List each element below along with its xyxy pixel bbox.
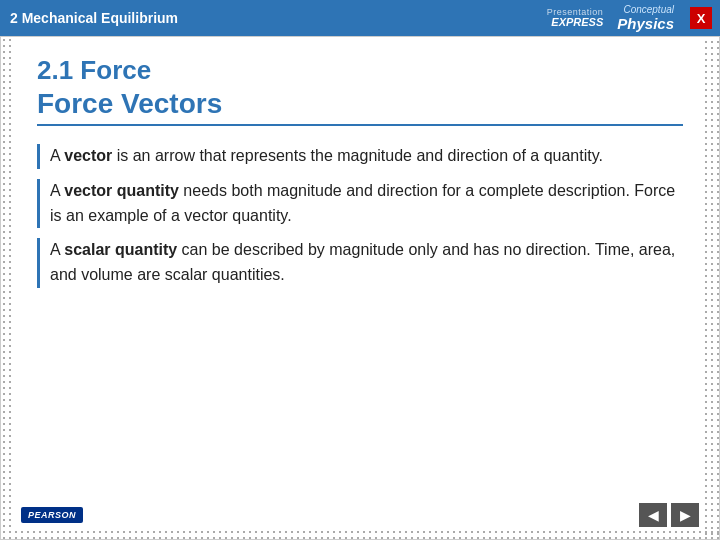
chapter-title: 2 Mechanical Equilibrium [10, 10, 178, 26]
nav-forward-button[interactable]: ▶ [671, 503, 699, 527]
paragraph-2: A vector quantity needs both magnitude a… [37, 179, 683, 229]
slide-subtitle: Force Vectors [37, 88, 683, 126]
paragraph-3: A scalar quantity can be described by ma… [37, 238, 683, 288]
bold-scalar-quantity: scalar quantity [64, 241, 177, 258]
slide-footer: PEARSON ◀ ▶ [21, 503, 699, 527]
express-label: EXPRESS [551, 17, 603, 28]
physics-label: Physics [617, 15, 674, 32]
conceptual-physics-branding: Conceptual Physics [617, 4, 674, 32]
presentation-express-branding: Presentation EXPRESS [547, 8, 604, 28]
bold-vector-quantity: vector quantity [64, 182, 179, 199]
conceptual-label: Conceptual [623, 4, 674, 15]
nav-buttons: ◀ ▶ [639, 503, 699, 527]
nav-back-button[interactable]: ◀ [639, 503, 667, 527]
header-right: Presentation EXPRESS Conceptual Physics … [547, 4, 712, 32]
slide-content: 2.1 Force Force Vectors A vector is an a… [37, 55, 683, 519]
dotted-bottom-decoration [1, 529, 719, 539]
section-number: 2.1 Force [37, 55, 683, 86]
pearson-logo: PEARSON [21, 507, 83, 523]
header-bar: 2 Mechanical Equilibrium Presentation EX… [0, 0, 720, 36]
close-button[interactable]: X [690, 7, 712, 29]
bold-vector: vector [64, 147, 112, 164]
slide-area: 2.1 Force Force Vectors A vector is an a… [0, 36, 720, 540]
paragraph-1: A vector is an arrow that represents the… [37, 144, 683, 169]
dotted-left-decoration [1, 37, 11, 539]
